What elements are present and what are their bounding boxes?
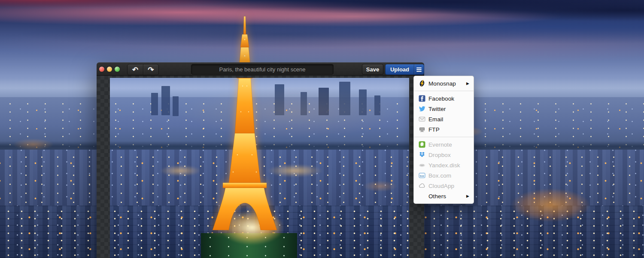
ftp-icon [419,126,425,133]
undo-button[interactable]: ↶ [128,64,143,75]
eiffel-tower [213,78,281,232]
blank-icon [419,193,425,200]
desktop: ↶ ↷ Paris, the beautiful city night scen… [0,0,644,258]
history-group: ↶ ↷ [127,64,159,75]
upload-group: Upload [385,64,424,75]
menu-item-facebook[interactable]: Facebook [414,93,474,104]
zoom-button[interactable] [115,67,120,72]
submenu-arrow-icon: ▶ [466,194,469,198]
screenshot-title-input[interactable]: Paris, the beautiful city night scene [191,64,334,75]
monosnap-editor-window: ↶ ↷ Paris, the beautiful city night scen… [97,62,424,258]
email-icon [419,116,425,123]
menu-item-cloudapp: CloudApp [414,181,474,191]
facebook-icon [419,95,425,102]
hamburger-bar [416,69,422,70]
svg-text:box: box [420,175,425,177]
menu-item-label: Dropbox [428,152,469,158]
hamburger-bar [416,68,422,68]
redo-button[interactable]: ↷ [143,64,159,75]
menu-item-label: FTP [428,126,469,133]
menu-item-label: Yandex.disk [428,162,469,169]
menu-item-others[interactable]: Others▶ [414,191,474,201]
titlebar[interactable]: ↶ ↷ Paris, the beautiful city night scen… [97,62,424,76]
save-button[interactable]: Save [362,64,383,75]
menu-item-twitter[interactable]: Twitter [414,104,474,114]
dropbox-icon [419,151,425,158]
close-button[interactable] [99,67,104,72]
cloudapp-icon [419,182,425,189]
menu-item-label: Others [428,193,463,200]
yandex-disk-icon [419,162,425,169]
menu-item-ftp[interactable]: FTP [414,124,474,135]
screenshot-image[interactable] [110,78,409,258]
menu-item-email[interactable]: Email [414,114,474,124]
menu-item-label: Box.com [428,172,469,179]
menu-item-label: Email [428,116,469,123]
menu-item-dropbox: Dropbox [414,150,474,160]
submenu-arrow-icon: ▶ [466,81,469,86]
menu-item-box-com: boxBox.com [414,170,474,181]
menu-item-evernote: Evernote [414,139,474,150]
menu-item-label: Evernote [428,141,469,148]
menu-item-label: Twitter [428,106,469,112]
hamburger-bar [416,71,422,72]
twitter-icon [419,105,425,112]
share-menu: Monosnap▶FacebookTwitterEmailFTPEvernote… [413,76,474,204]
menu-separator [414,91,474,91]
menu-item-label: Facebook [428,95,469,102]
hamburger-menu-button[interactable] [414,64,424,74]
box-icon: box [419,172,425,179]
evernote-icon [419,141,425,148]
menu-separator [414,137,474,137]
menu-item-monosnap[interactable]: Monosnap▶ [414,78,474,89]
editor-canvas[interactable] [97,76,424,258]
minimize-button[interactable] [107,67,112,72]
paris-background [110,78,409,258]
upload-button[interactable]: Upload [386,64,414,74]
monosnap-icon [419,80,425,87]
menu-item-label: CloudApp [428,183,469,189]
menu-item-label: Monosnap [428,80,463,87]
menu-item-yandex-disk: Yandex.disk [414,160,474,170]
